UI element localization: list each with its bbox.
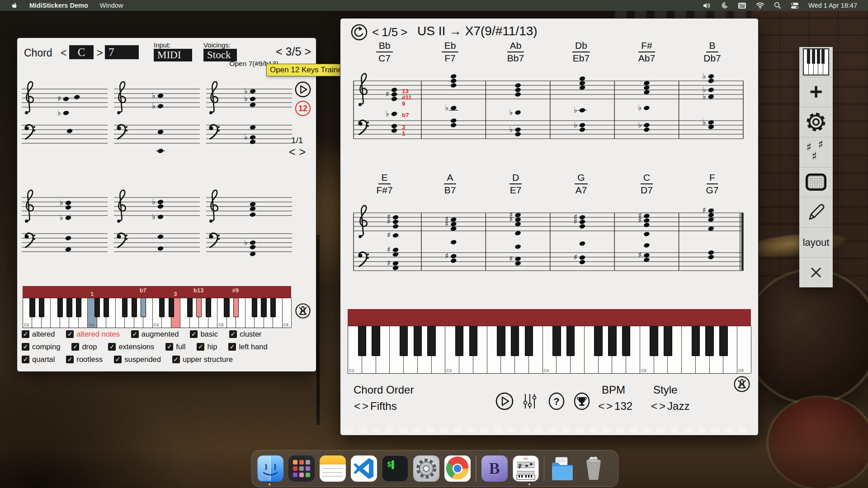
settings-gear-icon[interactable] [799, 107, 833, 137]
black-key[interactable] [455, 326, 463, 356]
black-key[interactable] [650, 326, 658, 356]
black-key[interactable] [400, 326, 408, 356]
menubar-item-window[interactable]: Window [100, 2, 123, 9]
dock-launchpad[interactable] [288, 455, 315, 482]
close-icon[interactable] [799, 258, 833, 287]
checkbox-hip[interactable]: ✓hip [197, 343, 217, 351]
dock-midi-app[interactable]: MIDI [513, 455, 539, 482]
checkbox-suspended[interactable]: ✓suspended [114, 355, 161, 364]
bpm-decrease[interactable]: < [598, 400, 604, 413]
checkbox-left-hand[interactable]: ✓left hand [228, 343, 267, 351]
checkbox-upper-structure[interactable]: ✓upper structure [172, 355, 233, 364]
volume-icon[interactable] [703, 2, 712, 9]
black-key[interactable] [719, 326, 727, 356]
black-key[interactable] [104, 298, 109, 317]
white-key[interactable] [737, 326, 751, 373]
variation-next-button[interactable]: > [299, 145, 306, 159]
variation-prev-button[interactable]: < [289, 145, 296, 159]
voicing-page-prev[interactable]: < [276, 45, 283, 58]
checkbox-cluster[interactable]: ✓cluster [229, 330, 262, 338]
chord-root-select[interactable]: C [69, 45, 94, 59]
dock-settings[interactable] [413, 455, 439, 482]
chord-slot-G7[interactable]: FG7 [679, 172, 745, 196]
chord-next-button[interactable]: > [97, 47, 103, 59]
chord-order-next[interactable]: > [362, 400, 368, 413]
checkbox-augmented[interactable]: ✓augmented [131, 330, 179, 338]
dock-b-editor[interactable]: B [481, 455, 508, 482]
menubar-clock[interactable]: Wed 1 Apr 18:47 [808, 2, 857, 9]
black-key[interactable] [57, 298, 63, 317]
checkbox-extensions[interactable]: ✓extensions [108, 343, 154, 351]
black-key[interactable] [511, 326, 519, 356]
piano-icon[interactable] [799, 47, 833, 77]
checkbox-quartal[interactable]: ✓quartal [22, 355, 55, 364]
pencil-icon[interactable] [799, 197, 833, 228]
black-key[interactable] [372, 326, 380, 356]
chord-slot-D7[interactable]: CD7 [614, 172, 679, 196]
chord-slot-B7[interactable]: AB7 [417, 172, 483, 196]
help-icon[interactable]: ? [547, 392, 566, 411]
twelve-keys-badge[interactable]: 12 [295, 101, 311, 116]
black-key[interactable] [608, 326, 616, 356]
black-key[interactable] [469, 326, 477, 356]
checkbox-basic[interactable]: ✓basic [190, 330, 218, 338]
chord-quality-select[interactable]: 7 [105, 45, 139, 59]
checkbox-drop[interactable]: ✓drop [71, 343, 97, 351]
chord-order-prev[interactable]: < [354, 400, 360, 413]
voicing-thumbnail-4[interactable]: ♭♭ [21, 182, 109, 285]
style-prev[interactable]: < [651, 400, 657, 413]
dock-folder[interactable] [549, 455, 576, 482]
chord-slot-E7[interactable]: DE7 [483, 172, 548, 196]
trainer-page-prev[interactable]: < [372, 25, 379, 39]
black-key[interactable] [196, 298, 202, 317]
voicing-thumbnail-6[interactable]: ♭ [205, 182, 294, 285]
chord-slot-Eb7[interactable]: DbEb7 [548, 40, 614, 64]
voicing-thumbnail-5[interactable]: ♭♭ [113, 182, 202, 285]
chord-slot-Bb7[interactable]: AbBb7 [483, 40, 548, 64]
black-key[interactable] [566, 326, 575, 356]
texture-swatch-icon[interactable] [799, 168, 833, 198]
black-key[interactable] [132, 298, 137, 317]
dock-trash[interactable] [580, 455, 607, 482]
metronome-mute-icon[interactable] [295, 303, 311, 319]
black-key[interactable] [187, 298, 193, 317]
checkbox-full[interactable]: ✓full [165, 343, 185, 351]
black-key[interactable] [270, 298, 276, 317]
control-center-icon[interactable] [791, 2, 799, 9]
black-key[interactable] [261, 298, 266, 317]
dock-notes[interactable] [320, 455, 346, 482]
dock-finder[interactable] [257, 455, 283, 482]
wifi-icon[interactable] [756, 2, 764, 9]
dock-chrome[interactable] [444, 455, 471, 482]
apple-icon[interactable] [10, 2, 18, 9]
black-key[interactable] [705, 326, 713, 356]
menubar-app-name[interactable]: MidiStickers Demo [29, 2, 88, 9]
voicing-keyboard[interactable]: 1b73b13#9C2C3C4C5C6 [23, 286, 291, 328]
black-key[interactable] [233, 298, 239, 317]
checkbox-rootless[interactable]: ✓rootless [66, 355, 103, 364]
black-key[interactable] [664, 326, 672, 356]
black-key[interactable] [552, 326, 561, 356]
black-key[interactable] [76, 298, 81, 317]
black-key[interactable] [29, 298, 35, 317]
trainer-page-next[interactable]: > [401, 25, 407, 39]
black-key[interactable] [159, 298, 165, 317]
chord-slot-Db7[interactable]: BDb7 [679, 40, 745, 64]
trainer-keyboard[interactable]: C2C3C4C5C6 [348, 309, 751, 374]
black-key[interactable] [427, 326, 435, 356]
black-key[interactable] [141, 298, 146, 317]
chord-slot-F7[interactable]: EbF7 [417, 40, 483, 64]
play-icon[interactable] [294, 81, 311, 98]
checkbox-comping[interactable]: ✓comping [22, 343, 60, 351]
black-key[interactable] [525, 326, 533, 356]
black-key[interactable] [594, 326, 602, 356]
refresh-icon[interactable] [350, 23, 368, 41]
add-icon[interactable]: + [799, 77, 833, 108]
layout-button[interactable]: layout [799, 228, 833, 258]
black-key[interactable] [622, 326, 630, 356]
chord-slot-C7[interactable]: BbC7 [352, 40, 417, 64]
black-key[interactable] [692, 326, 700, 356]
chord-prev-button[interactable]: < [61, 47, 66, 59]
voicing-thumbnail-3[interactable]: ♭♭♭ [205, 73, 294, 176]
voicing-thumbnail-1[interactable]: ♯♭ [21, 73, 109, 176]
